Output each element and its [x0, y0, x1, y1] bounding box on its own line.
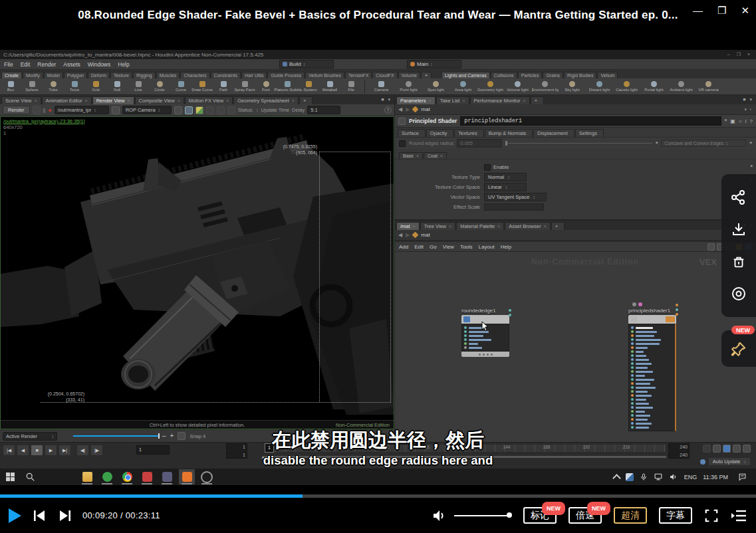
shelf-tool[interactable]: Null: [106, 78, 128, 94]
shelf-tool[interactable]: Area light: [449, 78, 477, 94]
network-menu-item[interactable]: Layout: [479, 244, 495, 250]
pane-tab[interactable]: Geometry Spreadsheet: [233, 96, 299, 104]
rop-chooser-icon[interactable]: [112, 106, 120, 114]
keyboard-language[interactable]: ENG: [684, 474, 697, 480]
shelf-tool[interactable]: Sky light: [559, 78, 586, 94]
network-canvas[interactable]: Non-Commercial Edition VEX roundededge1: [395, 252, 756, 442]
shelf-tool[interactable]: Spray Paint: [234, 78, 255, 94]
shelf-tool[interactable]: Curve: [170, 78, 191, 94]
cloud-icon[interactable]: [227, 106, 235, 114]
shelf-tab[interactable]: Model: [44, 72, 63, 78]
shelf-tab[interactable]: Particles: [518, 72, 543, 78]
network-menu-item[interactable]: Help: [501, 244, 511, 250]
take-selector[interactable]: Main↕: [407, 60, 461, 68]
pane-tab[interactable]: Take List: [436, 96, 469, 104]
shelf-tab[interactable]: CloudFX: [372, 72, 397, 78]
playlist-button[interactable]: [731, 509, 747, 522]
shelf-tool[interactable]: Geometry light: [477, 78, 504, 94]
volume-knob[interactable]: [507, 512, 512, 518]
render-viewport[interactable]: /out/mantra_ipr(raytrace)-23:36:35[1] 64…: [0, 116, 394, 429]
render-button[interactable]: Render: [3, 106, 30, 114]
shelf-tab[interactable]: Grains: [543, 72, 563, 78]
network-menu-item[interactable]: Tools: [460, 244, 473, 250]
fullscreen-button[interactable]: [704, 508, 719, 523]
node-output-dot[interactable]: [676, 313, 678, 316]
close-button[interactable]: ✕: [741, 4, 749, 17]
shelf-tab[interactable]: TerrainFX: [345, 72, 372, 78]
network-menu-item[interactable]: Go: [430, 244, 437, 250]
shelf-tool[interactable]: VR camera: [695, 78, 722, 94]
shader-name-field[interactable]: principledshader1: [460, 116, 721, 126]
shelf-tab[interactable]: Guide Process: [267, 72, 305, 78]
pane-menu-icon[interactable]: ■ ▾: [743, 97, 753, 102]
tray-expand-icon[interactable]: [612, 474, 621, 482]
shelf-tool[interactable]: Draw Curve: [191, 78, 213, 94]
render-pause-icon[interactable]: ||: [43, 108, 46, 112]
shelf-tool[interactable]: Path: [213, 78, 234, 94]
node-path[interactable]: mat: [421, 106, 430, 112]
shelf-tab[interactable]: Hair Utils: [241, 72, 267, 78]
shelf-tool[interactable]: Circle: [149, 78, 170, 94]
video-frame[interactable]: C:/Users/qlitc/Documents/wip/intro_to_ma…: [0, 30, 756, 494]
shelf-tab[interactable]: Vellum: [597, 72, 618, 78]
gear-icon[interactable]: *: [725, 118, 727, 124]
shelf-tool[interactable]: Volume light: [504, 78, 531, 94]
shelf-tool[interactable]: Environment light: [531, 78, 559, 94]
houdini-menu-item[interactable]: Windows: [88, 61, 110, 68]
round-edges-slider[interactable]: [505, 143, 652, 144]
node-output-dot[interactable]: [676, 308, 678, 311]
enable-checkbox[interactable]: [484, 164, 491, 171]
shelf-tab[interactable]: Rigging: [133, 72, 156, 78]
flag-icon[interactable]: [206, 106, 214, 114]
shelf-tool[interactable]: Font: [255, 78, 277, 94]
vector-space-dropdown[interactable]: UV Tangent Space↕: [484, 193, 547, 201]
pane-tab[interactable]: Scene View: [1, 96, 41, 104]
shelf-tool[interactable]: Camera: [368, 78, 395, 94]
base-tab[interactable]: Coat: [424, 152, 447, 159]
shader-tab[interactable]: Displacement: [533, 129, 574, 137]
gear-icon[interactable]: *: [749, 140, 752, 147]
start-button[interactable]: [2, 469, 18, 484]
shelf-tab[interactable]: Texture: [110, 72, 132, 78]
houdini-menu-item[interactable]: Render: [37, 61, 56, 68]
clock[interactable]: 11:36 PM: [703, 474, 728, 480]
shelf-tool[interactable]: Tube: [43, 78, 64, 94]
shelf-tool[interactable]: Sphere: [21, 78, 43, 94]
minimize-button[interactable]: —: [693, 4, 703, 17]
taskbar-file-explorer[interactable]: [79, 469, 95, 484]
save-preset-icon[interactable]: ▣: [730, 118, 735, 124]
node-output-dot[interactable]: [509, 309, 511, 312]
pane-menu-icon[interactable]: ■ ▾: [381, 97, 392, 102]
shelf-tab[interactable]: Rigid Bodies: [564, 72, 596, 78]
shelf-tool[interactable]: Torus: [64, 78, 85, 94]
houdini-menu-item[interactable]: File: [4, 61, 13, 68]
tray-app-icon[interactable]: [626, 473, 634, 481]
pane-add-tab[interactable]: +: [531, 96, 544, 104]
base-tab[interactable]: Base: [399, 152, 423, 159]
pane-tab[interactable]: Composite View: [135, 96, 184, 104]
effect-scale-field[interactable]: [484, 203, 544, 211]
pane-add-tab[interactable]: +: [299, 96, 313, 104]
node-output-dot[interactable]: [509, 314, 511, 316]
play-button[interactable]: [8, 508, 22, 524]
texture-type-dropdown[interactable]: Normal↕: [484, 173, 527, 181]
shelf-tool[interactable]: Portal light: [640, 78, 668, 94]
taskbar-app-red[interactable]: [139, 469, 155, 484]
share-button[interactable]: [730, 189, 747, 206]
pin-button[interactable]: NEW: [721, 330, 756, 367]
color-space-dropdown[interactable]: Linear↕: [484, 183, 527, 191]
node-flags[interactable]: [632, 302, 676, 306]
node-principledshader[interactable]: principledshader1: [628, 302, 676, 431]
shelf-tab[interactable]: Deform: [88, 72, 110, 78]
shelf-tab[interactable]: Collisions: [491, 72, 517, 78]
shelf-tab[interactable]: Vellum Brushes: [305, 72, 344, 78]
shelf-tab[interactable]: Create: [1, 72, 22, 78]
pane-tab[interactable]: Tree View: [420, 222, 455, 230]
network-menu-item[interactable]: Edit: [414, 244, 424, 250]
shelf-tab[interactable]: Volume: [398, 72, 420, 78]
previous-button[interactable]: [33, 510, 47, 522]
render-stop-icon[interactable]: ●: [48, 107, 51, 114]
network-menu-item[interactable]: View: [443, 244, 454, 250]
shelf-tab[interactable]: Lights and Cameras: [441, 72, 490, 78]
forward-icon[interactable]: ▶: [406, 106, 410, 112]
